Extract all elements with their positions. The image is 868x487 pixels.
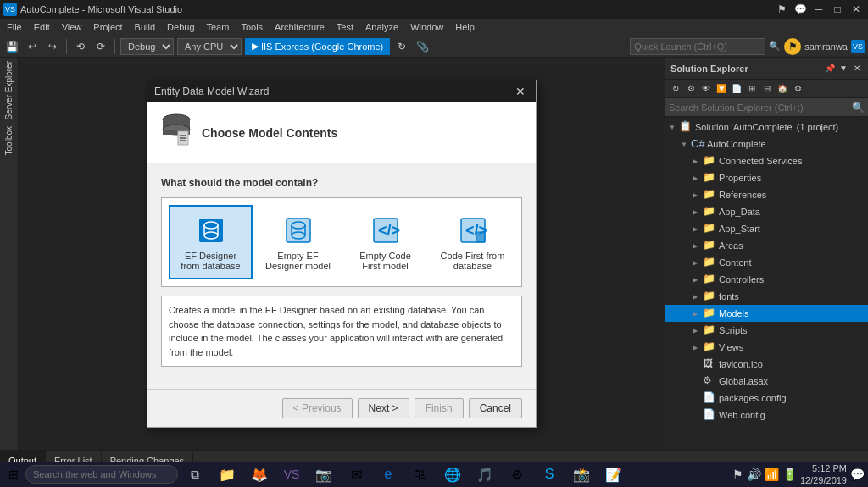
maximize-btn[interactable]: □ (829, 1, 846, 18)
se-show-all-btn[interactable]: 👁 (699, 82, 713, 96)
tree-item-favicon[interactable]: 🖼favicon.ico (665, 356, 868, 373)
se-collapse-btn[interactable]: ⊟ (760, 82, 774, 96)
tree-item-properties[interactable]: ▶📁Properties (665, 169, 868, 186)
toolbar-redo-btn[interactable]: ⟳ (92, 38, 109, 55)
model-option-empty-ef[interactable]: Empty EF Designer model (256, 205, 340, 279)
previous-button[interactable]: < Previous (282, 398, 353, 418)
cancel-button[interactable]: Cancel (469, 398, 522, 418)
sticky-btn[interactable]: 📝 (598, 464, 629, 484)
speaker-icon[interactable]: 🔊 (747, 468, 761, 481)
menu-team[interactable]: Team (202, 20, 235, 34)
tree-item-web-config[interactable]: 📄Web.config (665, 407, 868, 423)
refresh-btn[interactable]: ↻ (393, 38, 410, 55)
window-feedback-btn[interactable]: 💬 (792, 1, 809, 18)
model-option-ef-designer[interactable]: EF Designer from database (169, 205, 253, 279)
tree-item-autocomplete[interactable]: ▼C#AutoComplete (665, 136, 868, 152)
se-preview-btn[interactable]: 📄 (730, 82, 743, 96)
tree-item-content[interactable]: ▶📁Content (665, 254, 868, 271)
menu-analyze[interactable]: Analyze (360, 20, 403, 34)
tree-item-app_start[interactable]: ▶📁App_Start (665, 220, 868, 237)
se-home-btn[interactable]: 🏠 (776, 82, 789, 96)
taskbar-clock[interactable]: 5:12 PM 12/29/2019 (800, 462, 847, 487)
se-search-input[interactable] (669, 102, 849, 113)
menu-project[interactable]: Project (88, 20, 127, 34)
vs-taskbar-btn[interactable]: VS (276, 464, 307, 484)
store-btn[interactable]: 🛍 (405, 464, 436, 484)
expand-icon: ▶ (693, 276, 703, 284)
tree-item-fonts[interactable]: ▶📁fonts (665, 288, 868, 305)
tree-item-models[interactable]: ▶📁Models (665, 305, 868, 322)
tree-item-packages[interactable]: 📄packages.config (665, 390, 868, 407)
menu-debug[interactable]: Debug (162, 20, 199, 34)
notification-center[interactable]: 💬 (850, 468, 865, 481)
toolbar-back-btn[interactable]: ↩ (24, 38, 41, 55)
se-properties-btn[interactable]: ⚙ (684, 82, 698, 96)
email-btn[interactable]: ✉ (341, 464, 371, 484)
toolbar-undo-btn[interactable]: ⟲ (72, 38, 89, 55)
start-button[interactable]: ⊞ (3, 464, 24, 484)
next-button[interactable]: Next > (358, 398, 409, 418)
menu-view[interactable]: View (57, 20, 87, 34)
edge-btn[interactable]: e (373, 464, 403, 484)
tree-item-areas[interactable]: ▶📁Areas (665, 237, 868, 254)
menu-window[interactable]: Window (405, 20, 448, 34)
model-option-code-first[interactable]: </> Code First from database (431, 205, 515, 279)
notification-icon[interactable]: ⚑ (732, 468, 743, 481)
menu-file[interactable]: File (2, 20, 27, 34)
minimize-btn[interactable]: ─ (810, 1, 827, 18)
explorer-btn[interactable]: 📁 (212, 464, 242, 484)
attach-btn[interactable]: 📎 (414, 38, 431, 55)
tree-item-controllers[interactable]: ▶📁Controllers (665, 271, 868, 288)
camera-btn[interactable]: 📸 (566, 464, 597, 484)
quick-launch-input[interactable] (630, 38, 765, 55)
podcast-btn[interactable]: 🎵 (470, 464, 500, 484)
debug-config-dropdown[interactable]: Debug (120, 38, 174, 55)
battery-icon[interactable]: 🔋 (782, 468, 797, 481)
se-expand-btn[interactable]: ⊞ (745, 82, 759, 96)
run-button[interactable]: ▶ IIS Express (Google Chrome) (245, 38, 390, 55)
wizard-close-btn[interactable]: ✕ (512, 83, 529, 100)
skype-btn[interactable]: S (534, 464, 565, 484)
network-icon[interactable]: 📶 (765, 468, 779, 481)
menu-help[interactable]: Help (450, 20, 480, 34)
se-close-btn[interactable]: ✕ (851, 63, 863, 75)
cpu-config-dropdown[interactable]: Any CPU (177, 38, 242, 55)
task-view-btn[interactable]: ⧉ (180, 464, 210, 484)
tree-item-views[interactable]: ▶📁Views (665, 339, 868, 356)
se-filter-btn[interactable]: 🔽 (715, 82, 728, 96)
toolbox-tab[interactable]: Toolbox (3, 123, 15, 158)
toolbar-save-btn[interactable]: 💾 (3, 38, 20, 55)
store-icon: 🛍 (414, 467, 427, 482)
finish-button[interactable]: Finish (415, 398, 464, 418)
window-filter-btn[interactable]: ⚑ (773, 1, 790, 18)
tree-item-scripts[interactable]: ▶📁Scripts (665, 322, 868, 339)
tree-item-global-asax[interactable]: ⚙Global.asax (665, 373, 868, 390)
model-option-empty-code[interactable]: </> Empty Code First model (343, 205, 427, 279)
menu-tools[interactable]: Tools (236, 20, 268, 34)
se-pin-btn[interactable]: 📌 (824, 63, 836, 75)
menu-build[interactable]: Build (130, 20, 160, 34)
photos-btn[interactable]: 📷 (309, 464, 339, 484)
server-explorer-tab[interactable]: Server Explorer (3, 58, 15, 123)
se-settings-btn[interactable]: ⚙ (791, 82, 804, 96)
se-sync-btn[interactable]: ↻ (669, 82, 682, 96)
wizard-description: Creates a model in the EF Designer based… (161, 296, 522, 367)
settings-btn[interactable]: ⚙ (502, 464, 532, 484)
ef-designer-label: EF Designer from database (175, 251, 246, 271)
tree-item-references[interactable]: ▶📁References (665, 186, 868, 203)
firefox-btn[interactable]: 🦊 (244, 464, 275, 484)
tree-item-app_data[interactable]: ▶📁App_Data (665, 203, 868, 220)
vs-taskbar-icon: VS (284, 468, 300, 481)
feedback-icon[interactable]: ⚑ (784, 38, 801, 55)
se-dropdown-btn[interactable]: ▼ (837, 63, 849, 75)
chrome-btn[interactable]: 🌐 (437, 464, 468, 484)
close-btn[interactable]: ✕ (848, 1, 865, 18)
tree-item-connected-services[interactable]: ▶📁Connected Services (665, 152, 868, 169)
menu-test[interactable]: Test (331, 20, 359, 34)
toolbar-forward-btn[interactable]: ↪ (44, 38, 61, 55)
menu-architecture[interactable]: Architecture (270, 20, 330, 34)
taskbar-search[interactable] (25, 465, 178, 484)
tree-item-solution[interactable]: ▼📋Solution 'AutoComplete' (1 project) (665, 119, 868, 136)
toolbar-right: 🔍 ⚑ samranwa VS (630, 38, 865, 55)
menu-edit[interactable]: Edit (29, 20, 55, 34)
